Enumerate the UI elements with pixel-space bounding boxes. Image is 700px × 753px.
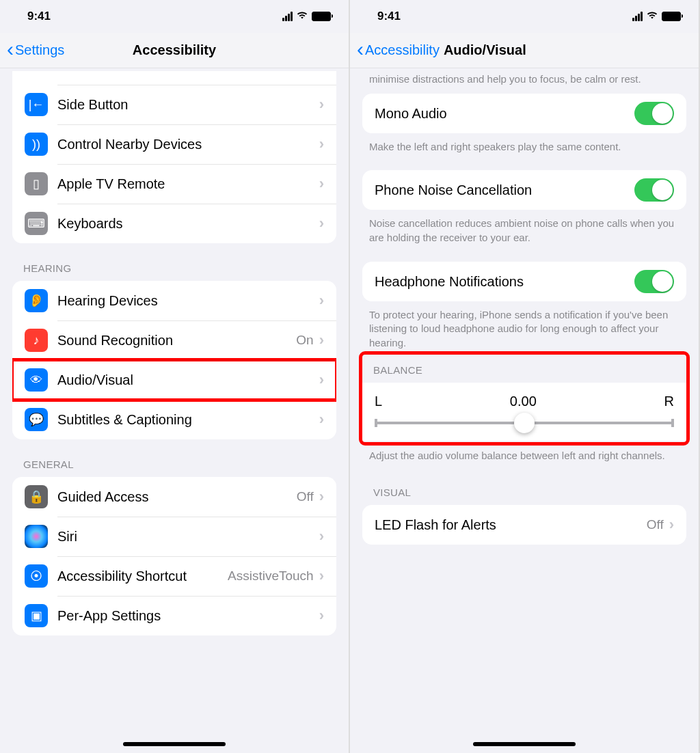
row-label: Mono Audio: [375, 105, 634, 122]
general-header: GENERAL: [0, 439, 349, 477]
home-indicator[interactable]: [123, 742, 226, 746]
row-label: Control Nearby Devices: [57, 136, 319, 152]
row-detail: AssistiveTouch: [228, 569, 314, 584]
row-label: Hearing Devices: [57, 292, 319, 309]
row-per-app-settings[interactable]: ▣ Per-App Settings ›: [12, 596, 336, 635]
row-label: Per-App Settings: [57, 607, 319, 624]
row-mono-audio[interactable]: Mono Audio: [362, 94, 686, 133]
row-noise-cancel[interactable]: Phone Noise Cancellation: [362, 170, 686, 210]
nav-bar: ‹ Settings Accessibility: [0, 33, 349, 68]
balance-right-label: R: [664, 394, 674, 409]
row-headphone-notif[interactable]: Headphone Notifications: [362, 262, 686, 301]
row-label: Headphone Notifications: [375, 273, 634, 290]
visual-group: LED Flash for Alerts Off ›: [362, 505, 686, 545]
chevron-right-icon: ›: [319, 135, 324, 153]
nearby-devices-icon: )): [25, 133, 48, 156]
row-keyboards[interactable]: ⌨ Keyboards ›: [12, 204, 336, 243]
chevron-right-icon: ›: [319, 175, 324, 193]
per-app-icon: ▣: [25, 604, 48, 627]
settings-list[interactable]: minimise distractions and help you to fo…: [350, 68, 699, 753]
status-bar: 9:41: [0, 0, 349, 33]
row-label: Subtitles & Captioning: [57, 411, 319, 428]
slider-thumb[interactable]: [514, 413, 535, 433]
balance-left-label: L: [375, 394, 382, 409]
headphone-notif-footer: To protect your hearing, iPhone sends a …: [350, 301, 699, 355]
noise-cancel-toggle[interactable]: [634, 178, 674, 202]
back-label: Settings: [15, 42, 64, 58]
row-label: LED Flash for Alerts: [375, 517, 647, 533]
row-subtitles[interactable]: 💬 Subtitles & Captioning ›: [12, 400, 336, 439]
chevron-right-icon: ›: [669, 516, 674, 534]
chevron-right-icon: ›: [319, 331, 324, 349]
balance-header: BALANCE: [362, 355, 686, 383]
chevron-right-icon: ›: [319, 96, 324, 113]
row-siri[interactable]: Siri ›: [12, 517, 336, 556]
row-label: Sound Recognition: [57, 332, 296, 348]
physical-group: |← Side Button › )) Control Nearby Devic…: [12, 71, 336, 243]
balance-card: L 0.00 R: [362, 383, 686, 441]
cellular-signal-icon: [282, 12, 293, 21]
home-indicator[interactable]: [473, 742, 576, 746]
noise-cancel-footer: Noise cancellation reduces ambient noise…: [350, 210, 699, 249]
chevron-right-icon: ›: [319, 411, 324, 428]
balance-value: 0.00: [510, 394, 537, 409]
row-detail: Off: [647, 517, 664, 532]
cellular-signal-icon: [632, 12, 643, 21]
status-time: 9:41: [27, 10, 51, 23]
back-button[interactable]: ‹ Settings: [7, 42, 64, 59]
chevron-right-icon: ›: [319, 488, 324, 506]
chevron-right-icon: ›: [319, 215, 324, 232]
wifi-icon: [296, 10, 308, 23]
headphone-notif-group: Headphone Notifications: [362, 262, 686, 301]
mono-audio-group: Mono Audio: [362, 94, 686, 133]
row-audio-visual[interactable]: 👁 Audio/Visual ›: [12, 360, 336, 400]
row-label: Accessibility Shortcut: [57, 568, 228, 584]
siri-icon: [25, 525, 48, 548]
battery-icon: [312, 12, 331, 21]
noise-cancellation-group: Phone Noise Cancellation: [362, 170, 686, 210]
wifi-icon: [646, 10, 658, 23]
row-sound-recognition[interactable]: ♪ Sound Recognition On ›: [12, 320, 336, 360]
intro-footer: minimise distractions and help you to fo…: [350, 68, 699, 94]
balance-section: BALANCE L 0.00 R: [362, 355, 686, 442]
settings-list[interactable]: |← Side Button › )) Control Nearby Devic…: [0, 68, 349, 753]
keyboard-icon: ⌨: [25, 212, 48, 235]
row-side-button[interactable]: |← Side Button ›: [12, 85, 336, 124]
balance-slider[interactable]: [375, 422, 674, 424]
balance-footer: Adjust the audio volume balance between …: [350, 442, 699, 467]
row-label: Keyboards: [57, 215, 319, 232]
row-partial-top: [12, 71, 336, 85]
hearing-header: HEARING: [0, 243, 349, 281]
visual-header: VISUAL: [350, 467, 699, 505]
row-label: Side Button: [57, 96, 319, 113]
phone-accessibility: 9:41 ‹ Settings Accessibility |← Side Bu…: [0, 0, 350, 753]
lock-icon: 🔒: [25, 485, 48, 508]
mono-audio-toggle[interactable]: [634, 102, 674, 125]
side-button-icon: |←: [25, 93, 48, 116]
chevron-right-icon: ›: [319, 567, 324, 585]
nav-bar: ‹ Accessibility Audio/Visual: [350, 33, 699, 68]
balance-readout: L 0.00 R: [375, 394, 674, 409]
mono-audio-footer: Make the left and right speakers play th…: [350, 133, 699, 159]
battery-icon: [662, 12, 681, 21]
row-led-flash[interactable]: LED Flash for Alerts Off ›: [362, 505, 686, 545]
row-hearing-devices[interactable]: 👂 Hearing Devices ›: [12, 281, 336, 320]
chevron-right-icon: ›: [319, 292, 324, 310]
row-accessibility-shortcut[interactable]: ⦿ Accessibility Shortcut AssistiveTouch …: [12, 556, 336, 596]
status-time: 9:41: [377, 10, 401, 23]
row-label: Phone Noise Cancellation: [375, 182, 634, 198]
row-apple-tv-remote[interactable]: ▯ Apple TV Remote ›: [12, 164, 336, 204]
chevron-left-icon: ‹: [357, 39, 364, 59]
ear-icon: 👂: [25, 289, 48, 312]
headphone-notif-toggle[interactable]: [634, 270, 674, 293]
page-title: Audio/Visual: [444, 42, 526, 58]
row-control-nearby[interactable]: )) Control Nearby Devices ›: [12, 124, 336, 164]
tv-remote-icon: ▯: [25, 172, 48, 195]
row-guided-access[interactable]: 🔒 Guided Access Off ›: [12, 477, 336, 517]
chevron-right-icon: ›: [319, 371, 324, 389]
audio-visual-icon: 👁: [25, 368, 48, 392]
back-button[interactable]: ‹ Accessibility: [357, 42, 440, 59]
row-label: Siri: [57, 528, 319, 545]
sound-icon: ♪: [25, 329, 48, 352]
row-label: Audio/Visual: [57, 372, 319, 388]
